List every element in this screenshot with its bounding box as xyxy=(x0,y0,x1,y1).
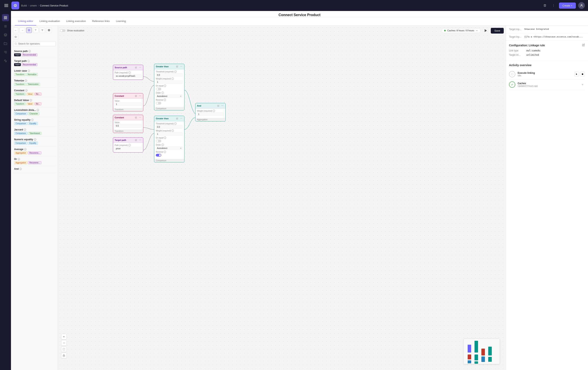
or-equal-toggle-2[interactable] xyxy=(156,140,161,142)
close-icon[interactable]: ✕ xyxy=(180,147,181,149)
reverse-toggle[interactable] xyxy=(156,102,161,105)
tab-linking-evaluation[interactable]: Linking evaluation xyxy=(36,17,63,25)
tab-learning[interactable]: Learning xyxy=(113,17,129,25)
info-icon[interactable]: i xyxy=(24,148,26,151)
info-icon[interactable]: i xyxy=(28,70,30,72)
fit-view-button[interactable] xyxy=(61,347,67,352)
info-icon[interactable]: i xyxy=(34,138,36,141)
grid-button[interactable] xyxy=(46,27,52,33)
edit-icon[interactable] xyxy=(135,66,137,69)
eval-toggle-switch[interactable] xyxy=(60,29,65,32)
tab-linking-editor[interactable]: Linking editor xyxy=(15,17,36,25)
info-icon[interactable]: i xyxy=(161,144,164,146)
svg-point-3 xyxy=(553,5,554,6)
info-icon[interactable]: i xyxy=(128,144,131,146)
order-dropdown[interactable]: Autodetect ✕ xyxy=(156,94,183,98)
lock-button[interactable] xyxy=(61,353,67,358)
tag-transform: Transform xyxy=(14,83,26,86)
more-icon[interactable]: ⋯ xyxy=(179,65,183,68)
info-icon[interactable]: i xyxy=(164,137,166,139)
more-icon[interactable]: ⋯ xyxy=(138,66,142,69)
field-label: Value xyxy=(115,121,120,124)
more-options-button[interactable] xyxy=(550,2,557,9)
info-icon[interactable]: i xyxy=(25,79,27,82)
edit-icon[interactable] xyxy=(135,94,137,98)
tab-linking-execution[interactable]: Linking execution xyxy=(63,17,89,25)
save-button[interactable]: Save xyxy=(491,28,504,33)
activity-play-button[interactable] xyxy=(574,72,579,76)
nav-dashboard[interactable] xyxy=(2,14,9,21)
edit-icon[interactable] xyxy=(217,104,220,107)
avatar[interactable] xyxy=(578,2,585,9)
config-target-lin-row: Target lin... unlimited xyxy=(509,54,585,56)
nav-menu[interactable] xyxy=(2,49,9,56)
info-icon[interactable]: i xyxy=(24,129,26,131)
or-equal-toggle[interactable] xyxy=(156,88,161,90)
config-section-header: Configuration: Linkage rule xyxy=(509,44,585,47)
info-icon[interactable]: i xyxy=(27,60,30,62)
node-constant-2-header: Constant ⋯ xyxy=(113,115,143,120)
hamburger-button[interactable] xyxy=(3,2,10,9)
node-title: Greater than xyxy=(156,117,168,120)
info-icon[interactable]: i xyxy=(174,122,177,125)
tag-transform: Transform xyxy=(14,102,26,105)
activity-caches-expand[interactable] xyxy=(580,82,585,87)
page-area: Connect Service Product Linking editorLi… xyxy=(11,11,588,370)
config-edit-button[interactable] xyxy=(582,44,585,47)
activity-stop-button[interactable] xyxy=(580,72,585,76)
info-icon[interactable]: i xyxy=(171,77,174,80)
more-icon[interactable]: ⋯ xyxy=(138,94,142,98)
play-button[interactable] xyxy=(483,27,489,34)
info-icon[interactable]: i xyxy=(161,92,164,94)
info-icon[interactable]: i xyxy=(30,99,32,101)
close-icon[interactable]: ✕ xyxy=(180,95,181,97)
more-icon[interactable]: ⋯ xyxy=(179,117,183,120)
zoom-out-button[interactable]: − xyxy=(61,340,67,346)
info-icon[interactable]: i xyxy=(174,70,177,73)
nav-layers[interactable] xyxy=(2,31,9,38)
node-and-header: And ⋯ xyxy=(195,103,225,108)
redo-button[interactable]: → xyxy=(20,27,25,33)
edit-icon[interactable] xyxy=(176,117,179,120)
edit-icon[interactable] xyxy=(176,65,179,68)
info-icon[interactable]: i xyxy=(213,110,215,112)
tab-reference-links[interactable]: Reference links xyxy=(89,17,113,25)
svg-rect-49 xyxy=(582,74,583,75)
cache-status[interactable]: Caches: 8 hours / 8 hours xyxy=(441,28,481,33)
more-icon[interactable]: ⋯ xyxy=(221,104,224,107)
info-icon[interactable]: i xyxy=(25,89,27,92)
nav-folder[interactable] xyxy=(2,40,9,47)
info-icon[interactable]: i xyxy=(18,158,20,160)
info-icon[interactable]: i xyxy=(164,151,166,153)
reverse-toggle-2[interactable] xyxy=(156,154,161,157)
op-item-target-path: Target path i Input Recommended xyxy=(13,58,56,68)
info-icon[interactable]: i xyxy=(19,168,22,170)
more-icon[interactable]: ⋯ xyxy=(138,116,142,119)
canvas-area[interactable]: Show evaluation Caches: 8 hours / 8 hour… xyxy=(58,25,506,370)
more-icon[interactable]: ⋯ xyxy=(138,139,142,142)
star-button[interactable] xyxy=(13,34,18,40)
breadcrumb-cmem[interactable]: cmem xyxy=(30,4,37,7)
undo-button[interactable]: ← xyxy=(13,27,18,33)
info-icon[interactable]: i xyxy=(171,130,174,132)
order-dropdown-2[interactable]: Autodetect ✕ xyxy=(156,146,183,150)
info-icon[interactable]: i xyxy=(28,50,31,52)
sort-button[interactable] xyxy=(40,27,45,33)
edit-icon[interactable] xyxy=(135,116,137,119)
zoom-in-button[interactable]: + xyxy=(61,334,67,339)
filter-button[interactable] xyxy=(33,27,38,33)
search-input[interactable] xyxy=(18,42,54,45)
info-icon[interactable]: i xyxy=(128,71,131,74)
create-button[interactable]: Create + xyxy=(559,2,576,9)
breadcrumb-build[interactable]: Build xyxy=(21,4,27,7)
nav-chart[interactable] xyxy=(2,57,9,64)
delete-button[interactable] xyxy=(542,2,548,9)
info-icon[interactable]: i xyxy=(164,85,166,87)
info-icon[interactable]: i xyxy=(164,99,166,101)
info-icon[interactable]: i xyxy=(31,119,33,121)
info-icon[interactable]: i xyxy=(37,109,39,111)
nav-list[interactable] xyxy=(2,23,9,30)
view-all-button[interactable] xyxy=(26,27,32,33)
tag-recommended: Recommended xyxy=(21,53,37,56)
edit-icon[interactable] xyxy=(135,139,137,142)
